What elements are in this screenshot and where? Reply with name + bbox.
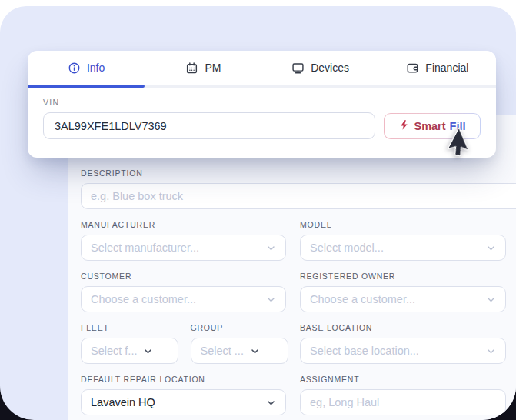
fleet-placeholder: Select f... [91,345,137,357]
assignment-placeholder: eg, Long Haul [310,396,496,408]
wallet-icon [406,62,419,75]
base-location-label: BASE LOCATION [300,323,506,333]
default-repair-location-value: Lavavein HQ [91,396,260,408]
default-repair-location-select[interactable]: Lavavein HQ [81,389,286,415]
registered-owner-placeholder: Choose a customer... [310,293,480,305]
model-placeholder: Select model... [310,242,480,254]
description-placeholder: e.g. Blue box truck [91,190,516,202]
tab-bar: Info PM [28,51,496,85]
tab-financial-label: Financial [425,62,468,74]
chevron-down-icon [486,243,496,253]
tab-info-label: Info [87,62,105,74]
bolt-icon [398,119,410,133]
info-icon [68,62,81,75]
field-description: DESCRIPTION e.g. Blue box truck [81,168,506,209]
vin-label: VIN [43,98,481,108]
field-fleet: FLEET Select f... [81,323,178,364]
tab-pm[interactable]: PM [145,62,261,75]
registered-owner-select[interactable]: Choose a customer... [300,286,506,312]
tab-devices-label: Devices [311,62,349,74]
chevron-down-icon [486,346,496,356]
chevron-down-icon [250,346,260,356]
group-select[interactable]: Select ... [191,338,288,364]
group-placeholder: Select ... [201,345,244,357]
customer-placeholder: Choose a customer... [91,293,260,305]
asset-form: DESCRIPTION e.g. Blue box truck MANUFACT… [81,168,506,415]
vin-value: 3AL99XFE1LDLV7369 [55,120,167,132]
manufacturer-placeholder: Select manufacturer... [91,242,260,254]
model-select[interactable]: Select model... [300,235,506,261]
tab-info[interactable]: Info [28,62,145,75]
description-label: DESCRIPTION [81,168,506,178]
field-group: GROUP Select ... [191,323,288,364]
chevron-down-icon [266,398,276,408]
fleet-select[interactable]: Select f... [81,338,178,364]
manufacturer-label: MANUFACTURER [81,220,286,230]
base-location-placeholder: Select base location... [310,345,480,357]
tab-pm-label: PM [205,62,221,74]
vin-section: VIN 3AL99XFE1LDLV7369 Smart Fill [28,88,496,139]
customer-label: CUSTOMER [81,272,286,282]
vin-input[interactable]: 3AL99XFE1LDLV7369 [43,112,375,139]
field-default-repair-location: DEFAULT REPAIR LOCATION Lavavein HQ [81,375,286,415]
assignment-input[interactable]: eg, Long Haul [300,389,506,415]
smart-fill-button[interactable]: Smart Fill [384,113,481,139]
screenshot-canvas: DESCRIPTION e.g. Blue box truck MANUFACT… [0,0,516,420]
field-customer: CUSTOMER Choose a customer... [81,272,286,312]
monitor-icon [291,62,305,75]
tab-devices[interactable]: Devices [262,62,379,75]
base-location-select[interactable]: Select base location... [300,338,506,364]
chevron-down-icon [143,346,153,356]
chevron-down-icon [266,243,276,253]
fleet-label: FLEET [81,323,178,333]
field-base-location: BASE LOCATION Select base location... [300,323,506,364]
field-model: MODEL Select model... [300,220,506,261]
vin-spotlight-card: Info PM [28,51,496,158]
tab-financial[interactable]: Financial [379,62,496,75]
customer-select[interactable]: Choose a customer... [81,286,286,312]
default-repair-location-label: DEFAULT REPAIR LOCATION [81,375,286,385]
description-input[interactable]: e.g. Blue box truck [81,183,516,209]
smart-fill-label-word1: Smart [414,120,445,132]
field-assignment: ASSIGNMENT eg, Long Haul [300,375,506,415]
chevron-down-icon [266,295,276,305]
field-registered-owner: REGISTERED OWNER Choose a customer... [300,272,506,312]
registered-owner-label: REGISTERED OWNER [300,272,506,282]
field-manufacturer: MANUFACTURER Select manufacturer... [81,220,286,261]
manufacturer-select[interactable]: Select manufacturer... [81,235,286,261]
group-label: GROUP [191,323,288,333]
assignment-label: ASSIGNMENT [300,375,506,385]
smart-fill-label-word2: Fill [450,120,466,132]
calendar-icon [185,62,198,75]
model-label: MODEL [300,220,506,230]
chevron-down-icon [486,295,496,305]
